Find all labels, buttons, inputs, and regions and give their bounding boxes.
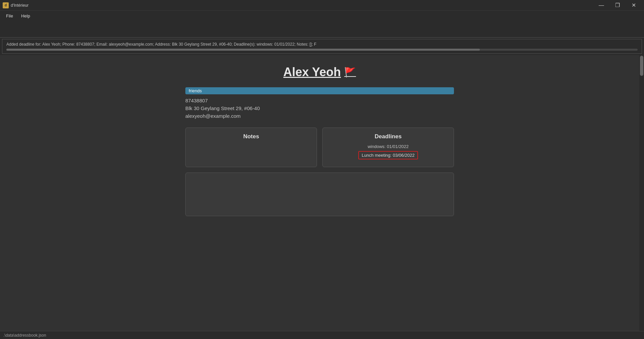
scrollbar-thumb bbox=[640, 56, 643, 76]
maximize-button[interactable]: ❐ bbox=[610, 0, 625, 11]
toolbar-area bbox=[0, 21, 644, 38]
log-scrollbar[interactable] bbox=[6, 49, 638, 51]
title-bar-left: d d'Intérieur bbox=[3, 2, 29, 8]
deadline-item-0: windows: 01/01/2022 bbox=[368, 144, 409, 149]
flag-icon: 🚩 bbox=[344, 67, 356, 78]
deadlines-card: Deadlines windows: 01/01/2022 Lunch meet… bbox=[322, 128, 454, 167]
minimize-button[interactable]: — bbox=[594, 0, 609, 11]
log-text: Added deadline for: Alex Yeoh; Phone: 87… bbox=[6, 42, 638, 47]
app-icon: d bbox=[3, 2, 9, 8]
contact-name-text: Alex Yeoh bbox=[283, 65, 341, 79]
menu-file[interactable]: File bbox=[3, 12, 16, 20]
deadlines-card-title: Deadlines bbox=[328, 133, 448, 140]
deadlines-content: windows: 01/01/2022 Lunch meeting: 03/06… bbox=[328, 144, 448, 161]
log-scrollbar-thumb bbox=[6, 49, 480, 51]
notes-box[interactable] bbox=[185, 173, 454, 216]
status-bar: .\data\addressbook.json bbox=[0, 331, 644, 339]
notes-card-title: Notes bbox=[191, 133, 311, 140]
window-title: d'Intérieur bbox=[11, 3, 29, 8]
cards-row: Notes Deadlines windows: 01/01/2022 Lunc… bbox=[185, 128, 454, 167]
content-panel: Alex Yeoh 🚩 friends 87438807 Blk 30 Geyl… bbox=[0, 55, 639, 331]
menu-bar: File Help bbox=[0, 11, 644, 21]
contact-phone: 87438807 bbox=[185, 98, 454, 103]
deadline-item-1: Lunch meeting: 03/06/2022 bbox=[358, 151, 418, 159]
menu-help[interactable]: Help bbox=[18, 12, 34, 20]
status-text: .\data\addressbook.json bbox=[3, 333, 46, 338]
contact-address: Blk 30 Geylang Street 29, #06-40 bbox=[185, 105, 454, 111]
window-controls: — ❐ ✕ bbox=[594, 0, 641, 11]
contact-tag[interactable]: friends bbox=[185, 87, 454, 94]
log-area: Added deadline for: Alex Yeoh; Phone: 87… bbox=[2, 39, 642, 54]
contact-details: friends 87438807 Blk 30 Geylang Street 2… bbox=[185, 87, 454, 216]
notes-card: Notes bbox=[185, 128, 317, 167]
close-button[interactable]: ✕ bbox=[626, 0, 641, 11]
contact-email: alexyeoh@example.com bbox=[185, 113, 454, 119]
main-content: Alex Yeoh 🚩 friends 87438807 Blk 30 Geyl… bbox=[0, 55, 644, 331]
title-bar: d d'Intérieur — ❐ ✕ bbox=[0, 0, 644, 11]
contact-name-row: Alex Yeoh 🚩 bbox=[283, 65, 356, 79]
scrollbar-track[interactable] bbox=[639, 55, 644, 331]
